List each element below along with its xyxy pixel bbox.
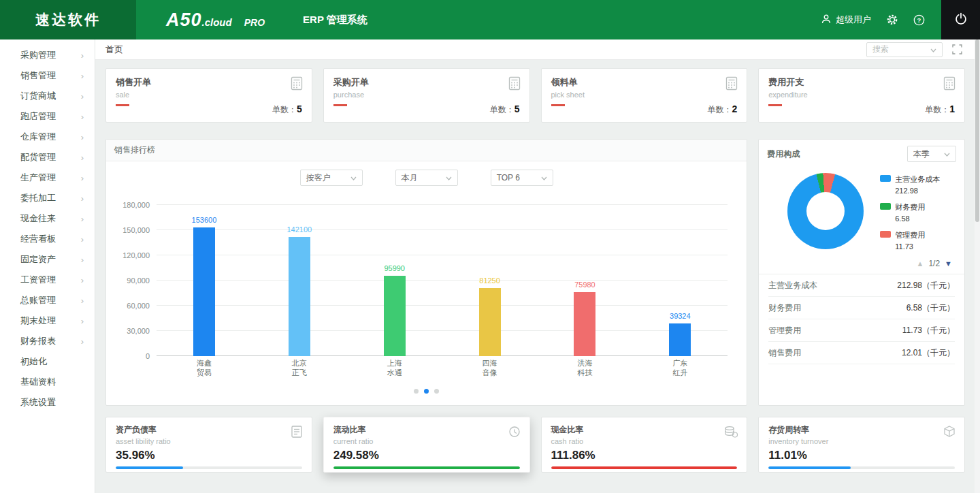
red-dash bbox=[768, 104, 782, 106]
category-label: 海鑫贸易 bbox=[157, 359, 252, 378]
dashboard-content: 销售开单sale单数：5采购开单purchase单数：5领料单pick shee… bbox=[95, 60, 980, 493]
legend-value: 11.73 bbox=[895, 242, 925, 251]
period-value: 本季 bbox=[913, 148, 930, 160]
y-tick-label: 150,000 bbox=[122, 226, 150, 234]
sidebar-item-label: 现金往来 bbox=[20, 212, 56, 225]
legend-value: 212.98 bbox=[895, 187, 940, 195]
sidebar-item-总账管理[interactable]: 总账管理› bbox=[0, 290, 95, 311]
carousel-dot-2[interactable] bbox=[424, 389, 429, 394]
chevron-right-icon: › bbox=[81, 112, 84, 121]
stat-card-领料单: 领料单pick sheet单数：2 bbox=[541, 68, 748, 123]
main-area: 首页 搜索 销售开单sa bbox=[95, 39, 980, 493]
legend-label: 管理费用 bbox=[895, 230, 925, 240]
sidebar-item-财务报表[interactable]: 财务报表› bbox=[0, 331, 95, 351]
sidebar-item-销售管理[interactable]: 销售管理› bbox=[0, 65, 95, 86]
kpi-progress-fill bbox=[768, 466, 850, 469]
chevron-right-icon: › bbox=[81, 92, 84, 101]
user-menu[interactable]: 超级用户 bbox=[821, 14, 871, 27]
filter-select-按客户[interactable]: 按客户 bbox=[300, 170, 363, 186]
pager-up-icon[interactable]: ▲ bbox=[917, 259, 924, 268]
bar-plot: 030,00060,00090,000120,000150,000180,000… bbox=[157, 205, 728, 356]
pager-label: 1/2 bbox=[928, 259, 940, 268]
stat-card-count: 单数：5 bbox=[490, 104, 520, 116]
stat-cards-row: 销售开单sale单数：5采购开单purchase单数：5领料单pick shee… bbox=[105, 68, 965, 123]
breadcrumb-home-tab[interactable]: 首页 bbox=[105, 44, 123, 56]
carousel-dot-3[interactable] bbox=[434, 389, 439, 394]
page-scrollbar[interactable] bbox=[975, 39, 980, 493]
sidebar-item-仓库管理[interactable]: 仓库管理› bbox=[0, 127, 95, 147]
sidebar-item-订货商城[interactable]: 订货商城› bbox=[0, 86, 95, 106]
bar-北京正飞[interactable] bbox=[289, 237, 310, 356]
brand-suffix: .cloud bbox=[202, 16, 232, 28]
cash-coins-icon bbox=[723, 425, 738, 441]
bar-value-label: 39324 bbox=[670, 312, 691, 320]
expense-row-销售费用: 销售费用12.01（千元） bbox=[768, 342, 955, 364]
y-tick-label: 30,000 bbox=[127, 327, 150, 335]
sidebar-item-采购管理[interactable]: 采购管理› bbox=[0, 45, 95, 65]
bar-value-label: 153600 bbox=[192, 216, 217, 224]
kpi-progress-fill bbox=[333, 466, 520, 469]
help-icon[interactable]: ? bbox=[913, 14, 925, 26]
bar-洪海科技[interactable] bbox=[574, 292, 595, 356]
sidebar-item-经营看板[interactable]: 经营看板› bbox=[0, 229, 95, 249]
sidebar-item-初始化[interactable]: 初始化 bbox=[0, 351, 95, 372]
period-select[interactable]: 本季 bbox=[907, 146, 956, 162]
sidebar-item-label: 财务报表 bbox=[20, 335, 56, 347]
category-label: 广东红升 bbox=[632, 359, 728, 378]
filter-value: 本月 bbox=[402, 172, 418, 184]
sales-ranking-title: 销售排行榜 bbox=[106, 140, 747, 161]
sidebar-item-label: 生产管理 bbox=[20, 172, 56, 184]
expense-row-label: 主营业务成本 bbox=[768, 280, 817, 291]
legend-label: 主营业务成本 bbox=[895, 174, 940, 185]
sidebar-item-label: 订货商城 bbox=[20, 90, 56, 102]
sidebar-item-固定资产[interactable]: 固定资产› bbox=[0, 249, 95, 270]
chevron-right-icon: › bbox=[81, 51, 84, 60]
logout-power-button[interactable] bbox=[941, 0, 980, 39]
sidebar-item-现金往来[interactable]: 现金往来› bbox=[0, 208, 95, 229]
carousel-dot-1[interactable] bbox=[414, 389, 419, 394]
sidebar-item-期末处理[interactable]: 期末处理› bbox=[0, 311, 95, 331]
svg-text:?: ? bbox=[917, 16, 921, 24]
sidebar-item-委托加工[interactable]: 委托加工› bbox=[0, 188, 95, 208]
settings-gear-icon[interactable] bbox=[886, 14, 898, 26]
sidebar-item-label: 基础资料 bbox=[20, 376, 56, 388]
red-dash bbox=[333, 104, 347, 106]
scrollbar-thumb[interactable] bbox=[975, 39, 979, 222]
search-select[interactable]: 搜索 bbox=[866, 42, 943, 57]
expense-donut-chart[interactable] bbox=[787, 173, 864, 249]
legend-value: 6.58 bbox=[895, 214, 925, 223]
calculator-icon bbox=[943, 76, 956, 93]
stat-card-subtitle: sale bbox=[116, 91, 302, 99]
bar-海鑫贸易[interactable] bbox=[193, 227, 215, 356]
bar-value-label: 75980 bbox=[574, 281, 595, 289]
sidebar-item-配货管理[interactable]: 配货管理› bbox=[0, 147, 95, 168]
kpi-card-存货周转率: 存货周转率inventory turnover11.01% bbox=[758, 417, 965, 473]
pager-down-icon[interactable]: ▼ bbox=[945, 259, 952, 268]
category-label: 上海水通 bbox=[347, 359, 442, 378]
kpi-subtitle: asset libility ratio bbox=[116, 437, 302, 445]
y-tick-label: 90,000 bbox=[127, 276, 150, 285]
brand-name: A50 bbox=[166, 10, 202, 31]
bar-广东红升[interactable] bbox=[669, 323, 691, 356]
filter-select-本月[interactable]: 本月 bbox=[395, 170, 458, 186]
calculator-icon bbox=[725, 76, 738, 93]
bar-上海水通[interactable] bbox=[384, 276, 406, 356]
sidebar-item-系统设置[interactable]: 系统设置 bbox=[0, 392, 95, 413]
sidebar-item-label: 配货管理 bbox=[20, 151, 56, 163]
kpi-subtitle: cash ratio bbox=[551, 437, 738, 445]
chevron-right-icon: › bbox=[81, 235, 84, 244]
fullscreen-icon[interactable] bbox=[952, 44, 962, 54]
bar-四海音像[interactable] bbox=[479, 288, 501, 356]
sidebar-item-工资管理[interactable]: 工资管理› bbox=[0, 270, 95, 290]
sidebar-item-基础资料[interactable]: 基础资料 bbox=[0, 372, 95, 392]
sidebar-item-label: 总账管理 bbox=[20, 294, 56, 306]
kpi-cards-row: 资产负债率asset libility ratio35.96%流动比率curre… bbox=[105, 417, 965, 473]
filter-select-TOP 6[interactable]: TOP 6 bbox=[491, 170, 553, 186]
stat-card-count: 单数：2 bbox=[707, 104, 737, 116]
chevron-down-icon bbox=[930, 45, 936, 54]
red-dash bbox=[551, 104, 565, 106]
count-value: 5 bbox=[297, 104, 302, 114]
sidebar-item-生产管理[interactable]: 生产管理› bbox=[0, 168, 95, 188]
stat-card-title: 销售开单 bbox=[116, 76, 302, 89]
sidebar-item-跑店管理[interactable]: 跑店管理› bbox=[0, 106, 95, 127]
